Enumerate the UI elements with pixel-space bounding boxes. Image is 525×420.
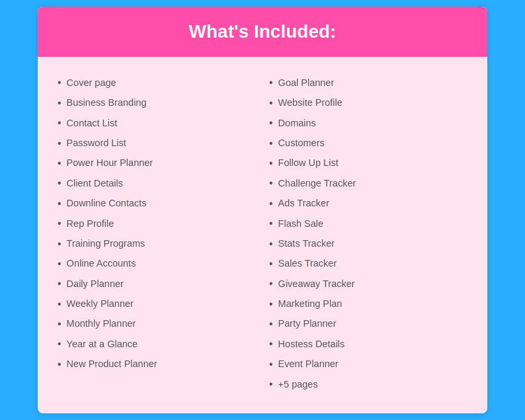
list-item: Website Profile (269, 93, 467, 113)
list-item: Marketing Plan (269, 294, 467, 314)
list-item: Cover page (58, 73, 256, 93)
list-item: Flash Sale (269, 214, 467, 233)
list-item: Weekly Planner (58, 294, 256, 314)
list-item: Business Branding (58, 93, 256, 113)
list-item: Stats Tracker (269, 234, 467, 254)
list-item: Sales Tracker (269, 254, 467, 274)
main-card: What's Included: Cover pageBusiness Bran… (38, 7, 487, 413)
list-item: Downline Contacts (58, 194, 256, 214)
list-item: Challenge Tracker (269, 173, 467, 193)
list-item: Power Hour Planner (58, 153, 256, 173)
card-header: What's Included: (38, 7, 487, 57)
list-item: Daily Planner (58, 274, 256, 294)
list-item: Domains (269, 113, 467, 133)
list-item: Online Accounts (58, 254, 256, 274)
list-item: New Product Planner (58, 355, 256, 374)
list-item: Event Planner (269, 355, 467, 374)
list-item: Ads Tracker (269, 194, 467, 214)
list-item: Password List (58, 134, 256, 153)
list-item: Training Programs (58, 234, 256, 254)
list-item: Contact List (58, 113, 256, 133)
list-item: Monthly Planner (58, 314, 256, 334)
list-item: Customers (269, 134, 467, 153)
list-item: Client Details (58, 173, 256, 193)
list-item: Party Planner (269, 314, 467, 334)
list-item: Follow Up List (269, 153, 467, 173)
right-column: Goal PlannerWebsite ProfileDomainsCustom… (269, 73, 467, 394)
list-item: +5 pages (269, 374, 467, 394)
list-item: Hostess Details (269, 334, 467, 354)
page-title: What's Included: (58, 21, 467, 42)
card-body: Cover pageBusiness BrandingContact ListP… (38, 57, 487, 413)
list-item: Goal Planner (269, 73, 467, 93)
left-column: Cover pageBusiness BrandingContact ListP… (58, 73, 256, 394)
list-item: Year at a Glance (58, 334, 256, 354)
list-item: Rep Profile (58, 214, 256, 233)
list-item: Giveaway Tracker (269, 274, 467, 294)
